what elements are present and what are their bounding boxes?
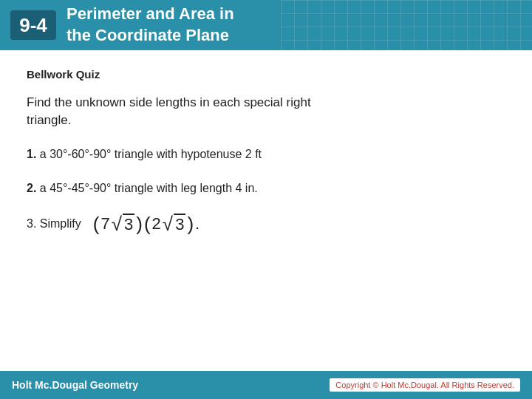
radical-num-1: 3 — [123, 214, 134, 234]
question-1: 1. a 30°-60°-90° triangle with hypotenus… — [27, 146, 505, 163]
period: . — [195, 214, 200, 233]
radical-num-2: 3 — [174, 214, 185, 234]
radical-1: √ 3 — [112, 214, 135, 234]
coeff-1: 7 — [100, 214, 109, 233]
simplify-row: 3. Simplify ( 7 √ 3 ) ( 2 √ 3 ) . — [27, 214, 505, 234]
close-paren-2: ) — [187, 214, 194, 233]
math-expression: ( 7 √ 3 ) ( 2 √ 3 ) . — [93, 214, 200, 234]
question-1-text: a 30°-60°-90° triangle with hypotenuse 2… — [40, 148, 262, 160]
header: 9-4 Perimeter and Area in the Coordinate… — [0, 0, 532, 50]
question-2: 2. a 45°-45°-90° triangle with leg lengt… — [27, 180, 505, 197]
question-1-number: 1. — [27, 148, 36, 160]
bellwork-title: Bellwork Quiz — [27, 68, 505, 81]
open-paren-1: ( — [93, 214, 100, 233]
question-2-number: 2. — [27, 182, 36, 194]
footer-right: Copyright © Holt Mc.Dougal. All Rights R… — [330, 378, 520, 392]
header-title-line1: Perimeter and Area in — [66, 4, 234, 25]
radical-2: √ 3 — [163, 214, 186, 234]
open-paren-2: ( — [144, 214, 151, 233]
coeff-2: 2 — [152, 214, 161, 233]
footer: Holt Mc.Dougal Geometry Copyright © Holt… — [0, 371, 532, 399]
header-grid-pattern — [281, 0, 532, 50]
radical-sign-2: √ — [163, 214, 173, 233]
close-paren-1: ) — [136, 214, 143, 233]
question-2-text: a 45°-45°-90° triangle with leg length 4… — [40, 182, 258, 194]
header-title: Perimeter and Area in the Coordinate Pla… — [66, 4, 234, 46]
footer-copyright: Copyright © Holt Mc.Dougal. All Rights R… — [335, 381, 514, 389]
simplify-label: 3. Simplify — [27, 217, 81, 231]
lesson-badge: 9-4 — [10, 10, 56, 41]
footer-left: Holt Mc.Dougal Geometry — [12, 379, 138, 391]
find-text: Find the unknown side lengths in each sp… — [27, 94, 505, 129]
radical-sign-1: √ — [112, 214, 122, 233]
main-content: Bellwork Quiz Find the unknown side leng… — [0, 50, 532, 268]
header-title-line2: the Coordinate Plane — [66, 25, 234, 47]
